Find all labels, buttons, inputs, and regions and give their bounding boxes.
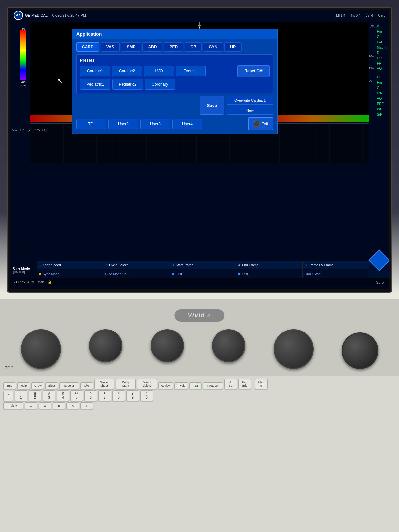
knob-4[interactable] xyxy=(212,329,245,362)
application-dialog: Application CARD VAS SMP ABD PED OB GYN … xyxy=(72,29,278,134)
scale-marker-5: 5– xyxy=(369,43,374,46)
knob-3[interactable] xyxy=(151,329,184,362)
key-4[interactable]: $4 xyxy=(57,390,69,401)
tab-abd[interactable]: ABD xyxy=(142,42,162,52)
frame-by-frame-label: Frame By Frame xyxy=(309,263,333,267)
probe-model: 3S-R xyxy=(366,14,373,17)
key-q[interactable]: Q xyxy=(25,402,37,409)
key-w[interactable]: W xyxy=(39,402,51,409)
preset-user4[interactable]: User4 xyxy=(172,119,202,129)
rm-ea: E/A xyxy=(377,40,387,45)
key-esc[interactable]: Esc xyxy=(3,382,16,389)
vivid-model: e xyxy=(207,312,211,319)
reset-cm-button[interactable]: Reset CM xyxy=(237,65,270,77)
tab-smp[interactable]: SMP xyxy=(121,42,141,52)
key-spooler[interactable]: Spooler xyxy=(59,382,79,389)
machine-body: GE GE MEDICAL 07/20/21 6:25:47 PM MI 1.4… xyxy=(0,0,399,532)
key-protocol[interactable]: Protocol xyxy=(203,382,223,389)
tab-ob[interactable]: OB xyxy=(185,42,202,52)
status-start: start xyxy=(38,280,44,284)
scale-bottom: -80 xyxy=(20,81,26,84)
tab-vas[interactable]: VAS xyxy=(101,42,120,52)
key-arrow[interactable]: Arrow xyxy=(31,382,44,389)
knob-2[interactable] xyxy=(89,329,122,362)
presets-row-2: Pediatric1 Pediatric2 Coronary xyxy=(80,79,270,90)
first-label: First xyxy=(176,272,182,276)
key-bodymark[interactable]: BodyMark xyxy=(116,379,136,389)
exit-icon: ⬛ xyxy=(253,121,260,127)
scale-unit: cm/s xyxy=(20,84,26,87)
key-nlsl[interactable]: NLSL xyxy=(224,379,237,389)
presets-section: Presets Cardiac1 Cardiac2 LVO Exercise R… xyxy=(76,54,273,93)
key-tilde[interactable]: ~` xyxy=(3,391,13,401)
color-bar xyxy=(20,30,26,80)
key-help[interactable]: Help xyxy=(17,382,30,389)
scale-marker-10: 10– xyxy=(369,55,374,58)
key-worddelete[interactable]: Worddelete xyxy=(137,379,157,389)
brand-name: GE MEDICAL xyxy=(25,13,48,17)
preset-cardiac2[interactable]: Cardiac2 xyxy=(112,66,142,76)
exit-button[interactable]: ⬛ Exit xyxy=(248,117,273,130)
preset-lvo[interactable]: LVO xyxy=(144,66,174,76)
key-worksheet[interactable]: Work-sheet xyxy=(94,379,114,389)
key-menu[interactable]: Menu xyxy=(255,379,268,389)
cursor-icon: ↖ xyxy=(57,77,61,81)
preset-user2[interactable]: User2 xyxy=(108,119,138,129)
tab-ped[interactable]: PED xyxy=(164,42,183,52)
key-5[interactable]: %5 xyxy=(70,390,83,401)
kb-row-nums: ~` !1 @2 #3 $4 %5 ^6 &7 *8 (9 )0 xyxy=(3,390,396,401)
key-tdi[interactable]: TDI xyxy=(189,382,202,389)
new-button[interactable]: New xyxy=(227,106,273,115)
knob-group-left xyxy=(21,329,61,369)
kb-row-qwerty: Tab ⇥ Q W E R T xyxy=(3,402,396,409)
preset-cardiac1[interactable]: Cardiac1 xyxy=(80,66,110,76)
key-tab[interactable]: Tab ⇥ xyxy=(3,402,23,409)
key-paubrk[interactable]: PauBrk xyxy=(238,379,251,389)
key-eject[interactable]: Eject xyxy=(45,382,58,389)
preset-pediatric1[interactable]: Pediatric1 xyxy=(80,79,110,90)
tab-ur[interactable]: UR xyxy=(224,42,241,52)
rm-d: D xyxy=(377,50,387,56)
rm-dr: DR xyxy=(377,56,387,61)
scroll-label: Scroll xyxy=(376,280,385,284)
ctrl-end-bottom: Last xyxy=(236,269,302,279)
knobs-area xyxy=(0,329,399,369)
preset-tdi[interactable]: TDI xyxy=(76,119,106,129)
key-review[interactable]: Review xyxy=(158,382,173,389)
diamond-button[interactable] xyxy=(368,249,389,271)
knob-5[interactable] xyxy=(274,329,314,369)
sync-dot xyxy=(39,273,41,275)
key-lr[interactable]: L/R xyxy=(80,382,93,389)
key-t[interactable]: T xyxy=(80,402,93,409)
cine-mode-se-label: Cine Mode Se.. xyxy=(105,272,128,276)
mi-value: MI 1.4 xyxy=(336,14,345,17)
key-r[interactable]: R xyxy=(66,402,79,409)
rm-map: Map ◻ xyxy=(377,45,387,50)
key-3[interactable]: #3 xyxy=(43,390,55,401)
sync-mode-label: Sync Mode xyxy=(43,272,59,276)
key-e[interactable]: E xyxy=(53,402,65,409)
preset-coronary[interactable]: Coronary xyxy=(145,79,175,90)
key-0[interactable]: )0 xyxy=(140,390,153,401)
save-button[interactable]: Save xyxy=(200,96,224,115)
ctrl-loop-top: 1 Loop Speed xyxy=(37,261,103,269)
key-8[interactable]: *8 xyxy=(112,390,125,401)
preset-user3[interactable]: User3 xyxy=(140,119,170,129)
preset-pediatric2[interactable]: Pediatric2 xyxy=(112,79,143,90)
knob-right[interactable] xyxy=(342,332,378,369)
knob-tgc[interactable] xyxy=(21,329,61,369)
ctrl-loop-bottom: Sync Mode xyxy=(37,269,103,279)
tab-card[interactable]: CARD xyxy=(76,42,99,52)
tgc-label: TGC xyxy=(5,366,13,370)
key-physio[interactable]: Physio xyxy=(174,382,188,389)
key-9[interactable]: (9 xyxy=(126,390,139,401)
ctrl-loop-speed: 1 Loop Speed Sync Mode xyxy=(37,261,103,279)
key-6[interactable]: ^6 xyxy=(84,390,97,401)
preset-exercise[interactable]: Exercise xyxy=(176,66,206,76)
key-7[interactable]: &7 xyxy=(98,390,111,401)
key-1[interactable]: !1 xyxy=(15,390,27,401)
ultrasound-screen: GE GE MEDICAL 07/20/21 6:25:47 PM MI 1.4… xyxy=(10,10,389,289)
key-2[interactable]: @2 xyxy=(29,390,41,401)
tab-gyn[interactable]: GYN xyxy=(203,42,223,52)
overwrite-cardiac1-button[interactable]: Overwrite Cardiac1 xyxy=(227,96,273,105)
